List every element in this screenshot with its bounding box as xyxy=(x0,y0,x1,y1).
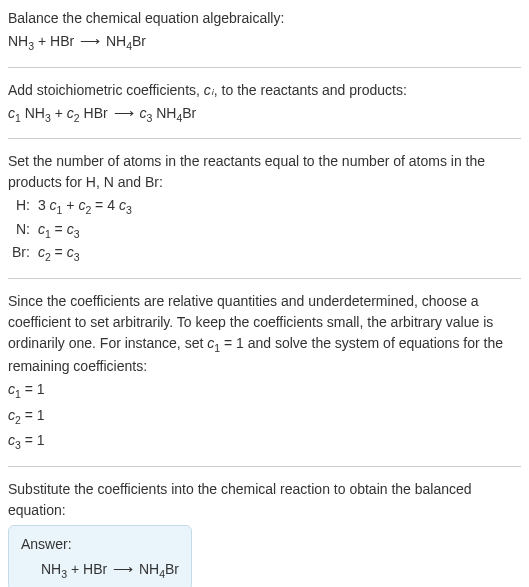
section-title: Substitute the coefficients into the che… xyxy=(8,479,521,521)
section-title: Add stoichiometric coefficients, cᵢ, to … xyxy=(8,80,521,101)
section-title: Balance the chemical equation algebraica… xyxy=(8,8,521,29)
atom-label: N: xyxy=(8,219,34,243)
solution-line: c1 = 1 xyxy=(8,379,521,403)
coefficient-equation: c1 NH3 + c2 HBr ⟶ c3 NH4Br xyxy=(8,103,521,127)
answer-equation: NH3 + HBr ⟶ NH4Br xyxy=(21,559,179,583)
section-solve: Since the coefficients are relative quan… xyxy=(8,291,521,467)
table-row: N: c1 = c3 xyxy=(8,219,136,243)
section-title: Set the number of atoms in the reactants… xyxy=(8,151,521,193)
section-substitute: Substitute the coefficients into the che… xyxy=(8,479,521,587)
solution-line: c3 = 1 xyxy=(8,430,521,454)
atom-label: H: xyxy=(8,195,34,219)
answer-label: Answer: xyxy=(21,534,179,555)
section-balance: Balance the chemical equation algebraica… xyxy=(8,8,521,68)
atom-label: Br: xyxy=(8,242,34,266)
section-atoms: Set the number of atoms in the reactants… xyxy=(8,151,521,279)
atom-equation: c2 = c3 xyxy=(34,242,136,266)
section-coefficients: Add stoichiometric coefficients, cᵢ, to … xyxy=(8,80,521,140)
atom-equation: c1 = c3 xyxy=(34,219,136,243)
answer-box: Answer: NH3 + HBr ⟶ NH4Br xyxy=(8,525,192,587)
solution-line: c2 = 1 xyxy=(8,405,521,429)
table-row: H: 3 c1 + c2 = 4 c3 xyxy=(8,195,136,219)
table-row: Br: c2 = c3 xyxy=(8,242,136,266)
atom-equation: 3 c1 + c2 = 4 c3 xyxy=(34,195,136,219)
chemical-equation: NH3 + HBr ⟶ NH4Br xyxy=(8,31,521,55)
atom-equation-table: H: 3 c1 + c2 = 4 c3 N: c1 = c3 Br: c2 = … xyxy=(8,195,136,266)
section-text: Since the coefficients are relative quan… xyxy=(8,291,521,378)
